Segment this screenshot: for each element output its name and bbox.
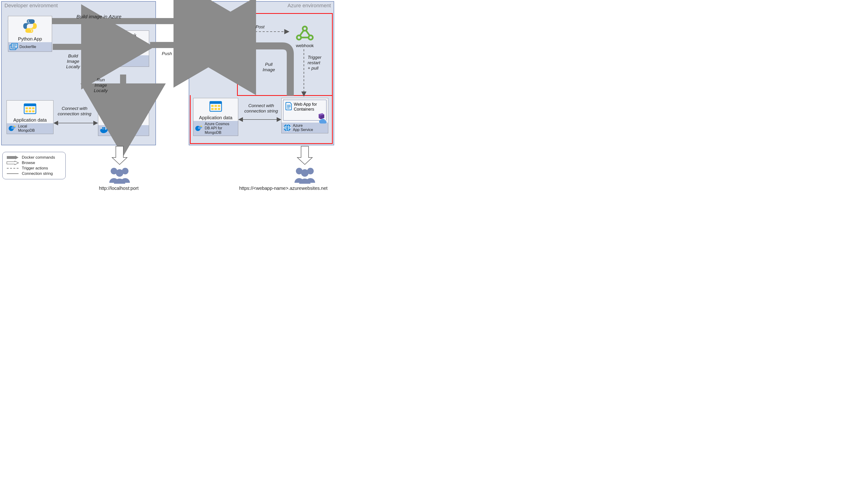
users-group-local-icon [105, 166, 134, 184]
svg-point-60 [116, 169, 123, 177]
url-azure: https://<webapp-name>.azurewebsites.net [239, 186, 327, 191]
label-trigger: Trigger restart + pull [308, 55, 322, 71]
legend-docker: Docker commands [6, 155, 62, 160]
legend-browse: Browse [6, 160, 62, 165]
url-local: http://localhost:port [99, 186, 139, 191]
legend-trigger: Trigger actions [6, 166, 62, 171]
label-post: Post [256, 24, 264, 30]
label-connect-local: Connect with connection string [58, 106, 91, 117]
label-connect-azure: Connect with connection string [244, 103, 278, 114]
svg-point-63 [301, 169, 309, 177]
legend-conn: Connection string [6, 171, 62, 176]
label-build-azure: Build image in Azure [76, 14, 121, 19]
label-pull-image: Pull Image [263, 62, 275, 73]
label-run-local: Run Image Locally [94, 77, 108, 93]
users-group-azure-icon [291, 166, 319, 184]
label-build-local: Build Image Locally [66, 53, 80, 69]
label-push: Push [162, 51, 172, 56]
legend-box: Docker commands Browse Trigger actions C… [2, 152, 66, 179]
